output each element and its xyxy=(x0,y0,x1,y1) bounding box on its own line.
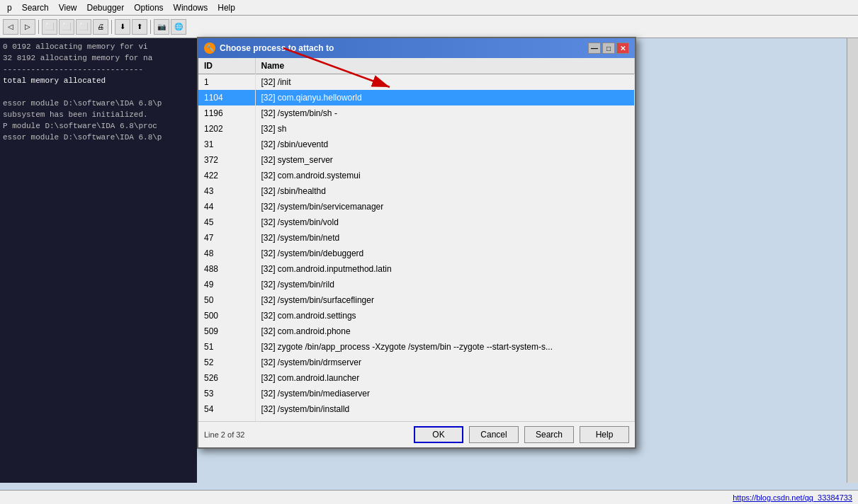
process-table: ID Name xyxy=(198,58,635,74)
toolbar: ◁ ▷ ⬜ ⬜ ⬜ 🖨 ⬇ ⬆ 📷 🌐 xyxy=(0,16,858,38)
toolbar-btn-4[interactable]: ⬜ xyxy=(59,19,74,35)
dialog-minimize-btn[interactable]: — xyxy=(588,42,601,54)
help-button[interactable]: Help xyxy=(580,426,629,443)
table-row[interactable]: 372[32] system_server xyxy=(198,152,635,168)
col-header-id: ID xyxy=(198,58,255,74)
dialog-title-icon: 🔧 xyxy=(204,42,215,54)
table-row[interactable]: 1104[32] com.qianyu.helloworld xyxy=(198,90,635,105)
menu-item-view[interactable]: View xyxy=(55,1,81,14)
menu-item-p[interactable]: p xyxy=(3,1,16,14)
cell-name: [32] /system/bin/netd xyxy=(255,230,635,246)
toolbar-sep-1 xyxy=(38,20,39,34)
cell-name: [32] /system/bin/installd xyxy=(255,401,635,417)
dialog-status: Line 2 of 32 xyxy=(204,430,245,439)
cell-id: 49 xyxy=(198,277,255,292)
toolbar-sep-2 xyxy=(111,20,112,34)
cell-id: 51 xyxy=(198,339,255,355)
menu-item-search[interactable]: Search xyxy=(18,1,53,14)
cell-id: 43 xyxy=(198,183,255,199)
status-bar: https://blog.csdn.net/qq_33384733 xyxy=(0,490,858,504)
table-row[interactable]: 500[32] com.android.settings xyxy=(198,308,635,323)
cell-name: [32] /sbin/ueventd xyxy=(255,137,635,152)
cell-name: [32] /system/bin/vold xyxy=(255,214,635,230)
toolbar-btn-9[interactable]: 📷 xyxy=(154,19,169,35)
dialog-content: ID Name 1[32] /init1104[32] com.qianyu.h… xyxy=(198,58,635,421)
table-header: ID Name xyxy=(198,58,635,74)
table-row[interactable]: 43[32] /sbin/healthd xyxy=(198,183,635,199)
dialog-maximize-btn[interactable]: □ xyxy=(602,42,615,54)
cell-id: 526 xyxy=(198,370,255,386)
dialog-footer: Line 2 of 32 OK Cancel Search Help xyxy=(198,421,635,447)
search-button[interactable]: Search xyxy=(524,426,574,443)
table-row[interactable]: 53[32] /system/bin/mediaserver xyxy=(198,386,635,401)
table-row[interactable]: 47[32] /system/bin/netd xyxy=(198,230,635,246)
output-line-2: 32 8192 allocating memory for na xyxy=(3,52,194,64)
toolbar-btn-7[interactable]: ⬇ xyxy=(115,19,130,35)
process-tbody: 1[32] /init1104[32] com.qianyu.helloworl… xyxy=(198,74,635,421)
cell-id: 509 xyxy=(198,323,255,339)
table-row[interactable]: 526[32] com.android.launcher xyxy=(198,370,635,386)
toolbar-sep-3 xyxy=(150,20,151,34)
toolbar-btn-8[interactable]: ⬆ xyxy=(132,19,147,35)
menu-item-windows[interactable]: Windows xyxy=(169,1,213,14)
dialog-titlebar: 🔧 Choose process to attach to — □ ✕ xyxy=(198,38,635,58)
toolbar-btn-10[interactable]: 🌐 xyxy=(171,19,186,35)
cell-id: 372 xyxy=(198,152,255,168)
cell-name: [32] com.android.inputmethod.latin xyxy=(255,261,635,277)
toolbar-btn-5[interactable]: ⬜ xyxy=(76,19,91,35)
dialog-title: Choose process to attach to xyxy=(220,43,584,53)
output-line-4: total memory allocated xyxy=(3,75,194,86)
cell-id: 47 xyxy=(198,230,255,246)
table-row[interactable]: 31[32] /sbin/ueventd xyxy=(198,137,635,152)
col-header-name: Name xyxy=(255,58,635,74)
cell-name: [32] /system/bin/servicemanager xyxy=(255,199,635,214)
table-row[interactable]: 52[32] /system/bin/drmserver xyxy=(198,355,635,370)
output-line-6: essor module D:\software\IDA 6.8\p xyxy=(3,98,194,109)
output-line-7: subsystem has been initialized. xyxy=(3,109,194,120)
menu-bar: p Search View Debugger Options Windows H… xyxy=(0,0,858,16)
cell-id: 1104 xyxy=(198,90,255,105)
dialog-close-btn[interactable]: ✕ xyxy=(616,42,629,54)
table-row[interactable]: 1196[32] /system/bin/sh - xyxy=(198,105,635,121)
menu-item-debugger[interactable]: Debugger xyxy=(83,1,129,14)
process-dialog: 🔧 Choose process to attach to — □ ✕ ID N… xyxy=(197,37,636,449)
cancel-button[interactable]: Cancel xyxy=(469,426,519,443)
table-row[interactable]: 422[32] com.android.systemui xyxy=(198,168,635,183)
output-line-3: ------------------------------ xyxy=(3,64,194,75)
table-row[interactable]: 509[32] com.android.phone xyxy=(198,323,635,339)
table-row[interactable]: 50[32] /system/bin/surfaceflinger xyxy=(198,292,635,308)
toolbar-btn-6[interactable]: 🖨 xyxy=(93,19,108,35)
status-url: https://blog.csdn.net/qq_33384733 xyxy=(733,493,852,502)
output-line-1: 0 0192 allocating memory for vi xyxy=(3,41,194,52)
process-table-body: 1[32] /init1104[32] com.qianyu.helloworl… xyxy=(198,74,635,421)
table-row[interactable]: 45[32] /system/bin/vold xyxy=(198,214,635,230)
table-row[interactable]: 488[32] com.android.inputmethod.latin xyxy=(198,261,635,277)
cell-name: [32] com.qianyu.helloworld xyxy=(255,90,635,105)
cell-name: [32] com.android.systemui xyxy=(255,168,635,183)
table-row[interactable]: 1202[32] sh xyxy=(198,121,635,137)
ok-button[interactable]: OK xyxy=(414,426,463,443)
cell-name: [32] /system/bin/surfaceflinger xyxy=(255,292,635,308)
cell-name: [32] /system/bin/debuggerd xyxy=(255,246,635,261)
toolbar-btn-2[interactable]: ▷ xyxy=(20,19,35,35)
table-row[interactable]: 48[32] /system/bin/debuggerd xyxy=(198,246,635,261)
cell-name: [32] com.android.phone xyxy=(255,323,635,339)
table-row[interactable]: 49[32] /system/bin/rild xyxy=(198,277,635,292)
output-line-5 xyxy=(3,86,194,98)
dialog-controls: — □ ✕ xyxy=(588,42,629,54)
toolbar-btn-3[interactable]: ⬜ xyxy=(42,19,57,35)
menu-item-options[interactable]: Options xyxy=(130,1,167,14)
cell-id: 54 xyxy=(198,401,255,417)
menu-item-help[interactable]: Help xyxy=(213,1,239,14)
cell-id: 1 xyxy=(198,74,255,90)
cell-id: 45 xyxy=(198,214,255,230)
table-wrapper[interactable]: 1[32] /init1104[32] com.qianyu.helloworl… xyxy=(198,74,635,421)
table-row[interactable]: 54[32] /system/bin/installd xyxy=(198,401,635,417)
table-row[interactable]: 44[32] /system/bin/servicemanager xyxy=(198,199,635,214)
cell-id: 31 xyxy=(198,137,255,152)
toolbar-btn-1[interactable]: ◁ xyxy=(3,19,18,35)
table-row[interactable]: 1[32] /init xyxy=(198,74,635,90)
output-line-9: essor module D:\software\IDA 6.8\p xyxy=(3,132,194,143)
table-row[interactable]: 51[32] zygote /bin/app_process -Xzygote … xyxy=(198,339,635,355)
cell-name: [32] system_server xyxy=(255,152,635,168)
